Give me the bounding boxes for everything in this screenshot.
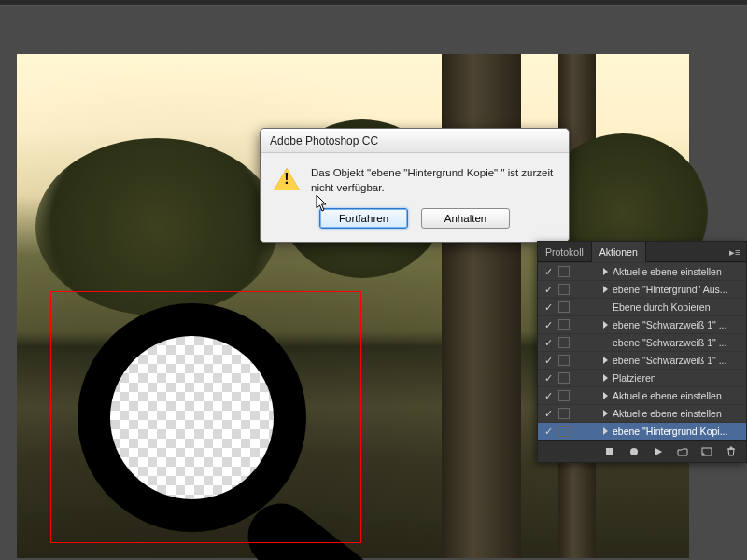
- action-label: Aktuelle ebene einstellen: [613, 390, 746, 401]
- record-icon[interactable]: [623, 443, 645, 460]
- dialog-toggle[interactable]: [558, 408, 570, 419]
- action-label: ebene "Schwarzweiß 1" ...: [613, 319, 746, 330]
- alert-dialog: Adobe Photoshop CC ! Das Objekt "ebene "…: [260, 128, 570, 243]
- panel-menu-icon[interactable]: ▸≡: [724, 246, 746, 258]
- action-label: Aktuelle ebene einstellen: [613, 408, 746, 419]
- expand-icon[interactable]: [603, 321, 608, 329]
- check-icon[interactable]: ✓: [542, 408, 555, 420]
- expand-icon[interactable]: [603, 268, 608, 275]
- action-label: Platzieren: [613, 372, 746, 384]
- tab-protocol[interactable]: Protokoll: [538, 242, 591, 262]
- play-icon[interactable]: [647, 443, 669, 460]
- transparency-checker: [110, 336, 274, 499]
- check-icon[interactable]: ✓: [542, 390, 555, 402]
- tree-foliage: [35, 138, 278, 315]
- action-label: ebene "Hintergrund" Aus...: [613, 284, 746, 295]
- action-label: Ebene durch Kopieren: [613, 301, 746, 313]
- dialog-title[interactable]: Adobe Photoshop CC: [261, 129, 569, 153]
- dialog-toggle[interactable]: [558, 426, 570, 437]
- trash-icon[interactable]: [720, 443, 742, 460]
- check-icon[interactable]: ✓: [542, 355, 555, 367]
- new-set-icon[interactable]: [671, 443, 694, 460]
- expand-icon[interactable]: [603, 374, 608, 382]
- check-icon[interactable]: ✓: [542, 426, 555, 438]
- dialog-toggle[interactable]: [558, 319, 570, 330]
- actions-panel: Protokoll Aktionen ▸≡ ✓Aktuelle ebene ei…: [537, 241, 747, 463]
- expand-icon[interactable]: [603, 410, 608, 417]
- dialog-toggle[interactable]: [558, 301, 570, 313]
- action-row[interactable]: ✓Platzieren: [538, 369, 746, 386]
- expand-icon[interactable]: [603, 427, 608, 435]
- dialog-message: Das Objekt "ebene "Hintergrund Kopie" " …: [311, 166, 556, 195]
- action-row[interactable]: ✓Ebene durch Kopieren: [538, 298, 746, 315]
- new-action-icon[interactable]: [696, 443, 718, 460]
- check-icon[interactable]: ✓: [542, 337, 555, 349]
- action-row[interactable]: ✓ebene "Hintergrund Kopi...: [538, 422, 746, 440]
- action-label: ebene "Hintergrund Kopi...: [613, 426, 746, 437]
- svg-rect-0: [606, 448, 613, 455]
- check-icon[interactable]: ✓: [542, 319, 555, 331]
- check-icon[interactable]: ✓: [542, 266, 555, 278]
- action-row[interactable]: ✓ebene "Schwarzweiß 1" ...: [538, 315, 746, 333]
- dialog-toggle[interactable]: [558, 284, 570, 295]
- check-icon[interactable]: ✓: [542, 372, 555, 385]
- action-row[interactable]: ✓ebene "Schwarzweiß 1" ...: [538, 333, 746, 351]
- dialog-toggle[interactable]: [558, 390, 570, 401]
- expand-icon[interactable]: [603, 357, 608, 364]
- action-row[interactable]: ✓Aktuelle ebene einstellen: [538, 404, 746, 422]
- action-row[interactable]: ✓ebene "Schwarzweiß 1" ...: [538, 351, 746, 369]
- stop-icon[interactable]: [599, 443, 621, 460]
- action-row[interactable]: ✓Aktuelle ebene einstellen: [538, 262, 746, 280]
- action-row[interactable]: ✓ebene "Hintergrund" Aus...: [538, 280, 746, 298]
- check-icon[interactable]: ✓: [542, 284, 555, 296]
- tab-actions[interactable]: Aktionen: [591, 242, 646, 262]
- ruler-top: [0, 0, 747, 6]
- dialog-toggle[interactable]: [558, 266, 570, 277]
- stop-button[interactable]: Anhalten: [421, 208, 510, 229]
- expand-icon[interactable]: [603, 286, 608, 293]
- warning-icon: !: [274, 168, 300, 192]
- continue-button[interactable]: Fortfahren: [319, 208, 408, 229]
- dialog-toggle[interactable]: [558, 372, 570, 384]
- actions-list: ✓Aktuelle ebene einstellen✓ebene "Hinter…: [538, 262, 746, 440]
- check-icon[interactable]: ✓: [542, 301, 555, 314]
- magnifier-shape: [54, 292, 372, 560]
- action-row[interactable]: ✓Aktuelle ebene einstellen: [538, 386, 746, 404]
- action-label: ebene "Schwarzweiß 1" ...: [613, 337, 746, 348]
- expand-icon[interactable]: [603, 392, 608, 399]
- dialog-toggle[interactable]: [558, 337, 570, 348]
- action-label: Aktuelle ebene einstellen: [613, 266, 746, 277]
- dialog-toggle[interactable]: [558, 355, 570, 366]
- actions-footer: [538, 440, 746, 462]
- action-label: ebene "Schwarzweiß 1" ...: [613, 355, 746, 366]
- svg-point-1: [630, 448, 638, 455]
